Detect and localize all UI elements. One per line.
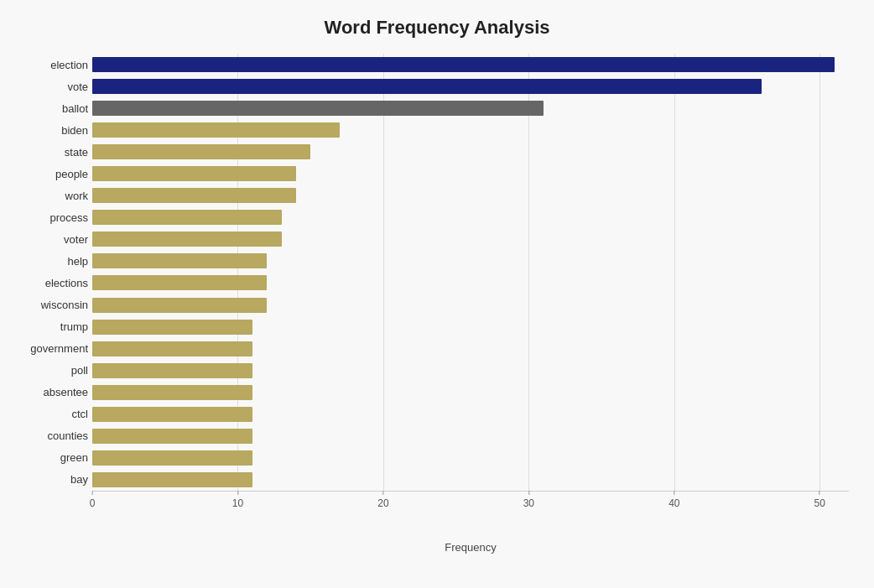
bar-label: vote — [8, 81, 88, 93]
bar — [92, 429, 252, 444]
x-tick-line — [674, 491, 674, 495]
bar-row: elections — [92, 273, 849, 292]
x-ticks: 01020304050 — [92, 491, 849, 524]
bar — [92, 298, 267, 313]
bar-label: elections — [8, 277, 88, 289]
x-tick-label: 10 — [232, 497, 243, 509]
bar-label: ctcl — [8, 408, 88, 420]
bar — [92, 320, 252, 335]
x-tick-label: 20 — [377, 497, 388, 509]
bar-label: biden — [8, 124, 88, 137]
bar-label: absentee — [8, 386, 88, 398]
bar-label: election — [8, 59, 88, 71]
bar — [92, 275, 267, 290]
bar — [92, 407, 252, 422]
bar-row: government — [92, 340, 849, 358]
x-tick: 30 — [523, 491, 534, 509]
bar-row: ballot — [92, 99, 849, 117]
bar-row: help — [92, 252, 849, 270]
bar — [92, 166, 296, 181]
bar-row: process — [92, 208, 849, 226]
bar — [92, 122, 340, 138]
bar — [92, 341, 252, 356]
chart-container: Word Frequency Analysis electionvoteball… — [0, 0, 874, 588]
bar-label: work — [8, 190, 88, 202]
bar-row: green — [92, 449, 849, 467]
bar — [92, 363, 252, 378]
bar-row: absentee — [92, 383, 849, 402]
bar-label: ballot — [8, 102, 88, 115]
bar — [92, 210, 282, 225]
bar — [92, 472, 252, 487]
bar-label: bay — [8, 473, 88, 486]
bar-label: help — [8, 255, 88, 268]
x-tick-label: 50 — [814, 497, 825, 509]
bar-label: wisconsin — [8, 299, 88, 311]
x-tick: 0 — [90, 491, 96, 509]
bar-label: process — [8, 211, 88, 224]
x-tick-line — [92, 491, 93, 495]
bar — [92, 450, 252, 466]
x-tick-line — [237, 491, 238, 495]
bar — [92, 188, 296, 203]
x-tick: 40 — [669, 491, 679, 509]
x-tick-line — [382, 491, 383, 495]
bar-row: trump — [92, 318, 849, 336]
bar-row: people — [92, 164, 849, 183]
bar — [92, 232, 282, 247]
bar — [92, 385, 252, 400]
bar-label: trump — [8, 320, 88, 333]
bar — [92, 101, 544, 116]
bar-row: vote — [92, 77, 849, 96]
bar-row: ctcl — [92, 405, 849, 424]
bar-label: voter — [8, 233, 88, 246]
x-tick-line — [528, 491, 529, 495]
bar-label: people — [8, 168, 88, 180]
bar-row: poll — [92, 362, 849, 380]
x-tick: 20 — [377, 491, 388, 509]
bar-row: counties — [92, 427, 849, 445]
bar — [92, 79, 762, 94]
bar-label: poll — [8, 364, 88, 377]
bar-label: counties — [8, 429, 88, 442]
x-tick-label: 0 — [90, 497, 96, 509]
bar-row: election — [92, 55, 849, 74]
bar-row: voter — [92, 230, 849, 248]
bar-row: work — [92, 186, 849, 205]
bar-label: green — [8, 451, 88, 464]
x-axis-title: Frequency — [445, 541, 496, 554]
bar — [92, 144, 310, 159]
bar-row: state — [92, 143, 849, 161]
bar-row: wisconsin — [92, 296, 849, 315]
bar-label: government — [8, 342, 88, 355]
x-tick: 10 — [232, 491, 243, 509]
x-tick-label: 30 — [523, 497, 534, 509]
x-tick-label: 40 — [669, 497, 679, 509]
bar-row: biden — [92, 121, 849, 139]
chart-title: Word Frequency Analysis — [25, 17, 849, 39]
bar — [92, 253, 267, 268]
x-tick-line — [819, 491, 820, 495]
x-axis: 01020304050 Frequency — [92, 491, 849, 524]
x-tick: 50 — [814, 491, 825, 509]
chart-area: electionvoteballotbidenstatepeopleworkpr… — [92, 54, 849, 524]
bars-wrapper: electionvoteballotbidenstatepeopleworkpr… — [92, 54, 849, 491]
bar-row: bay — [92, 471, 849, 489]
bar-label: state — [8, 146, 88, 159]
bar — [92, 57, 835, 72]
